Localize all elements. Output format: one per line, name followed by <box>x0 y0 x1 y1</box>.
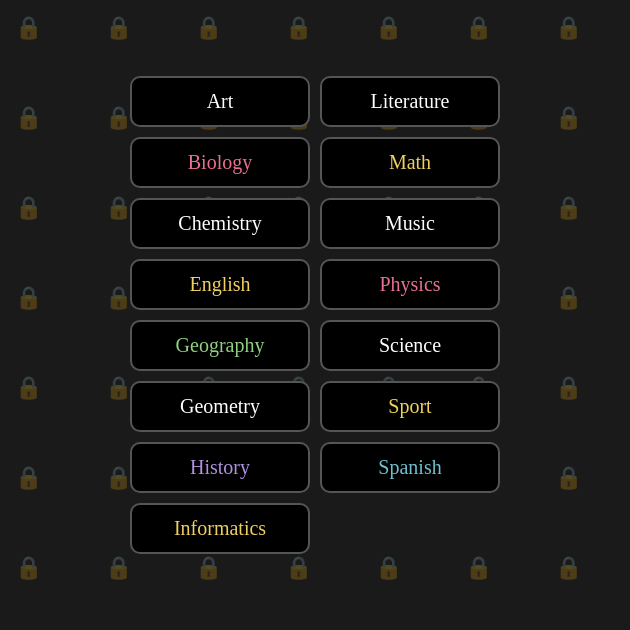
subject-geometry[interactable]: Geometry <box>130 381 310 432</box>
subject-informatics[interactable]: Informatics <box>130 503 310 554</box>
subject-sport[interactable]: Sport <box>320 381 500 432</box>
subject-spanish[interactable]: Spanish <box>320 442 500 493</box>
subject-music[interactable]: Music <box>320 198 500 249</box>
subject-english[interactable]: English <box>130 259 310 310</box>
subject-art[interactable]: Art <box>130 76 310 127</box>
subject-geography[interactable]: Geography <box>130 320 310 371</box>
subject-science[interactable]: Science <box>320 320 500 371</box>
subject-math[interactable]: Math <box>320 137 500 188</box>
subject-biology[interactable]: Biology <box>130 137 310 188</box>
subjects-grid: ArtLiteratureBiologyMathChemistryMusicEn… <box>110 56 520 574</box>
empty-cell <box>320 503 500 554</box>
subject-literature[interactable]: Literature <box>320 76 500 127</box>
subject-physics[interactable]: Physics <box>320 259 500 310</box>
subject-chemistry[interactable]: Chemistry <box>130 198 310 249</box>
subject-history[interactable]: History <box>130 442 310 493</box>
